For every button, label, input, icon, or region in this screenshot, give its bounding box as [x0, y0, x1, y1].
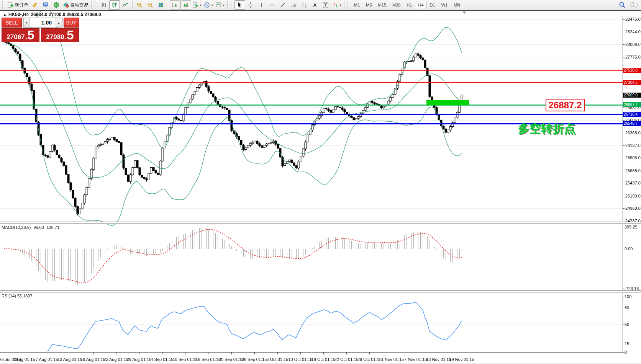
auto-trading-button[interactable]: 自动交易	[62, 0, 90, 10]
one-click-trade-panel: SELL ▼ ▲ BUY 27067.5 27080.5	[2, 18, 79, 42]
periods-clock-icon	[204, 2, 210, 8]
indicators-button[interactable]: ▾	[191, 0, 203, 10]
volume-increase-button[interactable]: ▲	[56, 18, 62, 27]
toolbar-grip	[95, 1, 97, 9]
text-tool-button[interactable]: A	[310, 0, 320, 10]
cursor-icon	[237, 2, 243, 8]
tile-windows-icon	[158, 2, 164, 8]
new-order-button[interactable]: 新订单	[6, 0, 30, 10]
buy-button[interactable]: BUY	[64, 18, 79, 28]
timeframe-m30-button[interactable]: M30	[390, 1, 403, 9]
terminal-icon	[43, 2, 49, 8]
last-bar-marker-icon	[462, 11, 466, 14]
timeframe-h4-button[interactable]: H4	[416, 1, 426, 9]
buy-price-int: 27080	[46, 33, 64, 41]
chat-icon[interactable]	[630, 2, 638, 8]
chart-symbol-period: HK50-,H4	[8, 12, 29, 17]
sell-price-box[interactable]: 27067.5	[2, 28, 39, 42]
collapse-panel-icon[interactable]: ▲	[3, 13, 7, 16]
timeframe-h1-button[interactable]: H1	[404, 1, 415, 9]
candlestick-chart-button[interactable]	[109, 0, 120, 10]
vertical-line-tool-button[interactable]	[256, 0, 267, 10]
volume-decrease-button[interactable]: ▼	[23, 18, 30, 27]
equidistant-channel-icon: E	[290, 2, 297, 8]
sell-price-frac: 5	[27, 29, 34, 41]
search-icon[interactable]	[619, 2, 626, 8]
macd-indicator-label: MACD(12,26,9) -96.03 -128.71	[2, 225, 59, 230]
metaeditor-icon	[32, 2, 38, 8]
signals-button[interactable]	[51, 0, 62, 10]
crosshair-tool-button[interactable]	[245, 0, 256, 10]
pane-splitter-macd[interactable]	[0, 222, 641, 224]
text-label-tool-button[interactable]: T	[320, 0, 331, 10]
rsi-indicator-label: RSI(14) 55.1337	[2, 294, 33, 298]
new-order-icon	[7, 2, 13, 8]
templates-button[interactable]: ▾	[214, 0, 226, 10]
toolbar-separator	[91, 1, 92, 9]
timeframe-mn-button[interactable]: MN	[451, 1, 463, 9]
bar-chart-icon	[101, 2, 107, 8]
toolbar-separator	[132, 1, 133, 9]
text-tool-icon: A	[313, 2, 316, 8]
cursor-tool-button[interactable]	[234, 0, 245, 10]
bar-chart-button[interactable]	[98, 0, 109, 10]
horizontal-line-icon	[269, 2, 275, 8]
trendline-tool-button[interactable]	[277, 0, 288, 10]
toolbar-grip	[348, 1, 350, 9]
turning-point-note[interactable]: 多空转折点	[518, 121, 575, 137]
toolbar-separator	[344, 1, 344, 9]
buy-price-box[interactable]: 27080.5	[41, 28, 79, 42]
new-order-label: 新订单	[15, 2, 28, 8]
indicators-caret-icon: ▾	[200, 3, 202, 7]
price-callout-box[interactable]: 26887.2	[546, 99, 585, 111]
green-highlight-rectangle[interactable]	[426, 100, 469, 105]
auto-trading-icon	[63, 2, 69, 8]
svg-text:E: E	[294, 5, 296, 8]
terminal-button[interactable]	[40, 0, 51, 10]
vertical-line-icon	[258, 2, 264, 8]
periods-caret-icon: ▾	[211, 3, 213, 7]
timeframe-m15-button[interactable]: M15	[375, 1, 389, 9]
chart-window-top-border	[0, 10, 641, 11]
zoom-out-button[interactable]	[145, 0, 156, 10]
metaeditor-button[interactable]	[30, 0, 40, 10]
timeframe-m1-button[interactable]: M1	[351, 1, 362, 9]
timeframe-d1-button[interactable]: D1	[427, 1, 438, 9]
chart-canvas[interactable]	[0, 0, 641, 364]
toolbar-grip	[231, 1, 233, 9]
toolbar-separator	[227, 1, 228, 9]
volume-input[interactable]	[30, 18, 56, 27]
chart-title: ▲ HK50-,H4 26934.0 27100.0 26920.5 27069…	[3, 12, 101, 17]
timeframe-bar: M1M5M15M30H1H4D1W1MN	[351, 1, 463, 9]
toolbar: 新订单 自动交易	[0, 0, 641, 10]
crosshair-icon	[248, 2, 254, 8]
auto-trading-label: 自动交易	[70, 2, 89, 8]
templates-icon	[215, 2, 221, 8]
zoom-in-button[interactable]	[134, 0, 145, 10]
periods-button[interactable]: ▾	[203, 0, 214, 10]
channel-tool-button[interactable]: E	[288, 0, 299, 10]
text-label-tool-icon: T	[323, 2, 329, 8]
zoom-in-icon	[136, 2, 143, 8]
toolbar-grip	[2, 1, 5, 9]
trendline-icon	[280, 2, 286, 8]
line-chart-button[interactable]	[120, 0, 131, 10]
chart-shift-icon	[183, 2, 189, 8]
horizontal-line-tool-button[interactable]	[267, 0, 277, 10]
tile-windows-button[interactable]	[156, 0, 166, 10]
zoom-out-icon	[147, 2, 153, 8]
svg-text:F: F	[305, 5, 307, 8]
arrows-tool-button[interactable]: ▾	[331, 0, 343, 10]
signals-icon	[53, 2, 59, 8]
sell-button[interactable]: SELL	[2, 18, 22, 28]
arrows-caret-icon: ▾	[340, 3, 341, 7]
arrows-icon	[332, 2, 338, 8]
sell-price-int: 27067	[7, 33, 25, 41]
chart-shift-button[interactable]	[180, 0, 191, 10]
auto-scroll-button[interactable]	[170, 0, 180, 10]
timeframe-m5-button[interactable]: M5	[363, 1, 374, 9]
templates-caret-icon: ▾	[223, 3, 225, 7]
fibonacci-tool-button[interactable]: F	[299, 0, 310, 10]
pane-splitter-rsi[interactable]	[0, 290, 641, 292]
timeframe-w1-button[interactable]: W1	[439, 1, 451, 9]
